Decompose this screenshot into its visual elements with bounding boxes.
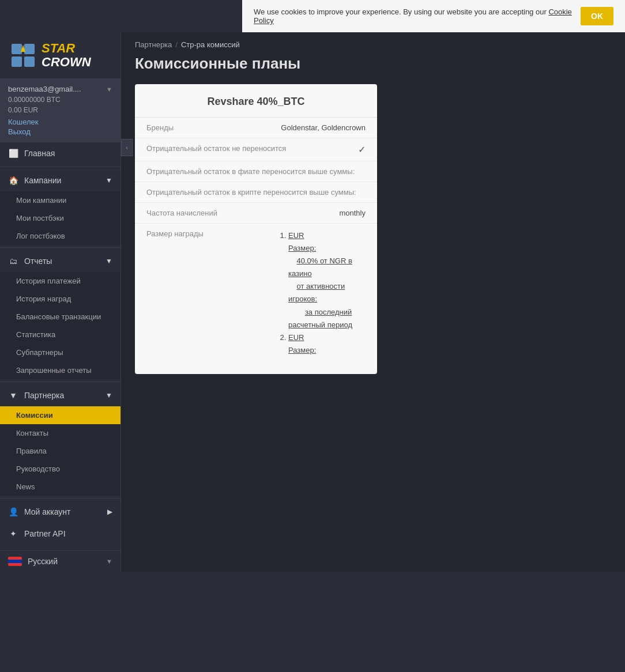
logo-area: STAR CROWN: [0, 32, 121, 79]
sidebar-item-contacts[interactable]: Контакты: [0, 424, 121, 442]
reward-item-2: EUR Размер:: [288, 331, 366, 357]
cookie-banner: We use cookies to improve your experienc…: [242, 0, 625, 32]
reward-currency-2: EUR: [288, 333, 304, 342]
reward-sub1-1: от активности игроков:: [288, 282, 345, 303]
main-content: Партнерка / Стр-ра комиссий Комиссионные…: [121, 32, 625, 572]
language-label: Русский: [28, 557, 58, 566]
log-postbacks-label: Лог постбэков: [16, 232, 65, 240]
partner-label: Партнерка: [24, 391, 64, 400]
card-row-negative-balance: Отрицательный остаток не переносится ✓: [135, 138, 377, 161]
breadcrumb-parent[interactable]: Партнерка: [135, 40, 172, 49]
partner-arrow: ▼: [106, 391, 112, 399]
cookie-text: We use cookies to improve your experienc…: [254, 7, 574, 25]
card-row-reward: Размер награды EUR Размер: 40.0% от NGR …: [135, 224, 377, 363]
campaigns-arrow: ▼: [106, 176, 112, 184]
user-dropdown-arrow[interactable]: ▼: [106, 86, 112, 93]
news-label: News: [16, 482, 35, 491]
my-postbacks-label: Мои постбэки: [16, 214, 64, 222]
statistics-label: Статистика: [16, 330, 55, 339]
sidebar-item-balance-transactions[interactable]: Балансовые транзакции: [0, 308, 121, 326]
sidebar-item-partner[interactable]: ▼ Партнерка ▼: [0, 384, 121, 406]
sidebar-item-my-postbacks[interactable]: Мои постбэки: [0, 209, 121, 227]
sidebar-item-commissions[interactable]: Комиссии: [0, 406, 121, 424]
user-balance-btc: 0.00000000 BTC: [8, 96, 112, 104]
card-row-negative-fiat: Отрицательный остаток в фиате переноситс…: [135, 161, 377, 182]
reward-history-label: История наград: [16, 295, 71, 303]
sidebar-item-payment-history[interactable]: История платежей: [0, 272, 121, 290]
campaigns-submenu: Мои кампании Мои постбэки Лог постбэков: [0, 191, 121, 245]
exit-link[interactable]: Выход: [8, 127, 112, 136]
breadcrumb-separator: /: [175, 40, 178, 49]
partner-api-label: Partner API: [24, 529, 66, 538]
frequency-value: monthly: [279, 209, 366, 217]
page-title: Комиссионные планы: [121, 52, 625, 84]
sidebar-item-main-label: Главная: [24, 149, 55, 158]
nav-divider-4: [0, 498, 121, 499]
language-arrow: ▼: [106, 558, 112, 565]
language-selector[interactable]: Русский ▼: [0, 550, 121, 572]
nav-divider-1: [0, 167, 121, 167]
cookie-ok-button[interactable]: OK: [581, 7, 613, 25]
reward-list: EUR Размер: 40.0% от NGR в казино от акт…: [279, 229, 366, 357]
sidebar-item-my-account[interactable]: 👤 Мой аккаунт ▶: [0, 501, 121, 523]
contacts-label: Контакты: [16, 429, 48, 437]
sidebar-item-campaigns[interactable]: 🏠 Кампании ▼: [0, 169, 121, 191]
sidebar-item-statistics[interactable]: Статистика: [0, 326, 121, 343]
nav-section: ⬜ Главная 🏠 Кампании ▼ Мои кампании Мои …: [0, 142, 121, 550]
reward-currency-1: EUR: [288, 231, 304, 240]
account-icon: 👤: [8, 507, 18, 517]
user-email-text: benzemaa3@gmail....: [8, 85, 81, 93]
partner-submenu: Комиссии Контакты Правила Руководство Ne…: [0, 406, 121, 496]
sidebar-item-reward-history[interactable]: История наград: [0, 290, 121, 308]
frequency-label: Частота начислений: [146, 209, 273, 217]
subpartners-label: Субпартнеры: [16, 348, 63, 357]
sidebar-item-reports[interactable]: 🗂 Отчеты ▼: [0, 250, 121, 272]
sidebar-item-subpartners[interactable]: Субпартнеры: [0, 343, 121, 361]
sidebar-item-requested-reports[interactable]: Запрошенные отчеты: [0, 361, 121, 379]
sidebar-item-main[interactable]: ⬜ Главная: [0, 142, 121, 164]
breadcrumb-current: Стр-ра комиссий: [181, 40, 240, 49]
guide-label: Руководство: [16, 465, 60, 473]
reports-submenu: История платежей История наград Балансов…: [0, 272, 121, 379]
api-icon: ✦: [8, 528, 18, 539]
partner-icon: ▼: [8, 390, 18, 401]
card-row-negative-crypto: Отрицательный остаток в крипте переносит…: [135, 182, 377, 203]
reward-size-label-1: Размер:: [288, 244, 316, 252]
svg-rect-2: [24, 44, 35, 54]
logo-text: STAR CROWN: [42, 41, 91, 69]
campaigns-label: Кампании: [24, 176, 61, 185]
sidebar-item-rules[interactable]: Правила: [0, 442, 121, 460]
balance-transactions-label: Балансовые транзакции: [16, 312, 101, 321]
my-campaigns-label: Мои кампании: [16, 196, 66, 205]
reports-arrow: ▼: [106, 257, 112, 265]
user-info: benzemaa3@gmail.... ▼ 0.00000000 BTC 0.0…: [0, 79, 121, 142]
sidebar-item-log-postbacks[interactable]: Лог постбэков: [0, 227, 121, 245]
account-arrow: ▶: [107, 508, 112, 516]
my-account-label: Мой аккаунт: [24, 507, 70, 516]
card-row-frequency: Частота начислений monthly: [135, 203, 377, 224]
flag-icon: [8, 557, 22, 566]
nav-divider-3: [0, 382, 121, 382]
sidebar-item-news[interactable]: News: [0, 478, 121, 496]
reports-icon: 🗂: [8, 256, 18, 266]
logo-icon: [9, 41, 37, 69]
wallet-link[interactable]: Кошелек: [8, 118, 112, 126]
svg-rect-1: [12, 44, 22, 54]
reward-item-1: EUR Размер: 40.0% от NGR в казино от акт…: [288, 229, 366, 331]
negative-balance-check: ✓: [358, 144, 366, 155]
reward-size-label-2: Размер:: [288, 346, 316, 354]
sidebar-item-partner-api[interactable]: ✦ Partner API: [0, 523, 121, 545]
svg-rect-3: [12, 56, 22, 67]
sidebar-item-my-campaigns[interactable]: Мои кампании: [0, 191, 121, 209]
requested-reports-label: Запрошенные отчеты: [16, 366, 92, 375]
brands-label: Бренды: [146, 123, 273, 132]
sidebar: STAR CROWN benzemaa3@gmail.... ▼ 0.00000…: [0, 32, 121, 572]
reward-description-1: 40.0% от NGR в казино: [288, 256, 352, 278]
svg-rect-4: [24, 56, 35, 67]
sidebar-collapse-button[interactable]: ‹: [121, 139, 133, 156]
campaigns-icon: 🏠: [8, 175, 18, 186]
card-row-brands: Бренды Goldenstar, Goldencrown: [135, 118, 377, 138]
breadcrumb: Партнерка / Стр-ра комиссий: [121, 32, 625, 52]
nav-divider-2: [0, 247, 121, 248]
sidebar-item-guide[interactable]: Руководство: [0, 460, 121, 478]
